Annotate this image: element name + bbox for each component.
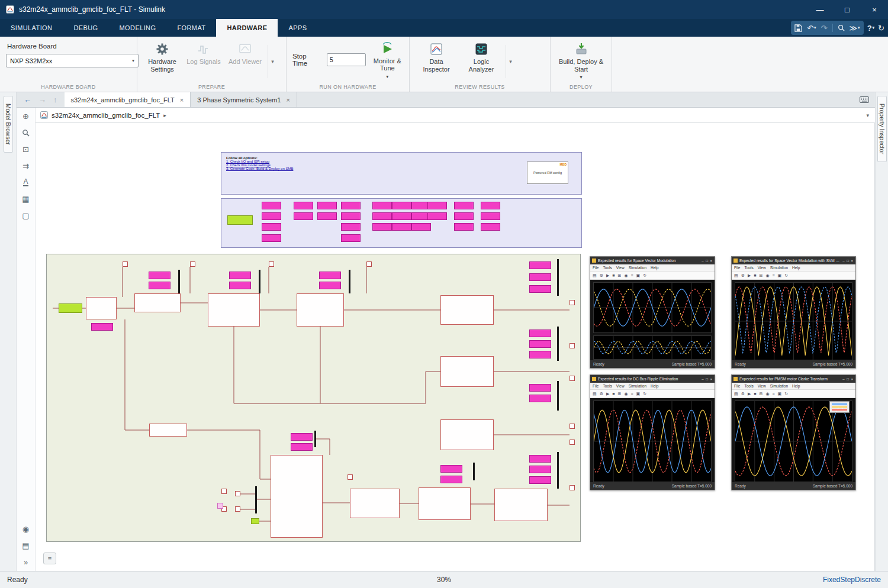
scope-menu-item[interactable]: Simulation bbox=[629, 266, 646, 270]
scope-toolbar-icon[interactable]: ⚙ bbox=[600, 392, 603, 396]
constant-block[interactable] bbox=[149, 272, 170, 279]
scope-menu-item[interactable]: Help bbox=[651, 384, 658, 388]
scope-toolbar-icon[interactable]: ◉ bbox=[765, 273, 769, 278]
port-block[interactable] bbox=[269, 261, 274, 267]
scope-toolbar-icon[interactable]: ↻ bbox=[784, 273, 788, 278]
constant-block[interactable] bbox=[229, 282, 251, 289]
constant-block[interactable] bbox=[529, 395, 551, 402]
constant-block[interactable] bbox=[481, 202, 500, 209]
model-browser-tab[interactable]: Model Browser bbox=[4, 96, 13, 153]
scope-menu-item[interactable]: View bbox=[758, 384, 766, 388]
constant-block[interactable] bbox=[372, 212, 392, 220]
tab-hardware[interactable]: HARDWARE bbox=[216, 19, 278, 37]
up-button[interactable]: ↑ bbox=[53, 95, 57, 104]
expand-palette-icon[interactable]: » bbox=[20, 557, 32, 568]
port-block[interactable] bbox=[570, 440, 575, 445]
tab-apps[interactable]: APPS bbox=[278, 19, 317, 37]
breadcrumb-model-name[interactable]: s32m24x_ammclib_gmclib_foc_FLT bbox=[52, 112, 160, 119]
scope-toolbar-icon[interactable]: ▶ bbox=[606, 273, 609, 278]
scope-toolbar-icon[interactable]: ↻ bbox=[643, 392, 646, 396]
keyboard-shortcuts-icon[interactable] bbox=[854, 92, 875, 107]
scope-toolbar-icon[interactable]: ≡ bbox=[773, 392, 775, 396]
save-icon[interactable] bbox=[794, 24, 802, 32]
subsystem-block[interactable] bbox=[271, 455, 323, 538]
redo-icon[interactable]: ↷ bbox=[821, 24, 828, 33]
constant-block[interactable] bbox=[317, 212, 337, 220]
log-signals-button[interactable]: Log Signals bbox=[185, 40, 223, 66]
port-block[interactable] bbox=[348, 474, 353, 480]
constant-block[interactable] bbox=[529, 351, 551, 358]
constant-block[interactable] bbox=[262, 234, 281, 242]
info-box[interactable]: Follow all options: 1. Check I/O and ISR… bbox=[221, 152, 582, 195]
scope-toolbar-icon[interactable]: ▣ bbox=[778, 392, 782, 396]
scope-toolbar-icon[interactable]: ▤ bbox=[593, 273, 597, 278]
scope-menu-item[interactable]: View bbox=[758, 266, 766, 270]
scope-toolbar-icon[interactable]: ≡ bbox=[773, 273, 775, 277]
fit-to-view-icon[interactable]: ⊡ bbox=[20, 144, 32, 155]
scope-menu-item[interactable]: View bbox=[616, 266, 625, 270]
grid-view-icon[interactable]: ▤ bbox=[20, 540, 32, 551]
scope-toolbar-icon[interactable]: ⊞ bbox=[618, 392, 622, 396]
constant-block[interactable] bbox=[294, 212, 313, 220]
scope-titlebar[interactable]: Expected results for PMSM motor Clarke T… bbox=[732, 375, 855, 383]
minimize-button[interactable]: — bbox=[806, 0, 834, 19]
scope-toolbar-icon[interactable]: ▤ bbox=[734, 273, 738, 278]
constant-block[interactable] bbox=[372, 202, 392, 209]
constant-block[interactable] bbox=[229, 272, 251, 279]
constant-block[interactable] bbox=[481, 212, 500, 220]
scope-toolbar-icon[interactable]: ◉ bbox=[624, 392, 628, 396]
subsystem-block[interactable] bbox=[134, 293, 181, 312]
constant-block[interactable] bbox=[262, 212, 281, 220]
constant-block[interactable] bbox=[341, 212, 361, 220]
constant-block[interactable] bbox=[529, 273, 551, 281]
constant-block[interactable] bbox=[529, 476, 551, 484]
scope-toolbar-icon[interactable]: ▣ bbox=[636, 273, 641, 278]
constant-block[interactable] bbox=[529, 384, 551, 392]
subsystem-block[interactable] bbox=[440, 356, 494, 387]
image-annotation-icon[interactable]: ▦ bbox=[20, 193, 32, 205]
scope-window-buttons[interactable]: – □ × bbox=[702, 377, 713, 381]
constant-block[interactable] bbox=[454, 223, 474, 231]
constant-block[interactable] bbox=[317, 202, 337, 209]
hide-browser-icon[interactable]: ⊕ bbox=[20, 111, 32, 122]
model-canvas[interactable]: Follow all options: 1. Check I/O and ISR… bbox=[36, 123, 875, 571]
port-block[interactable] bbox=[570, 424, 575, 429]
subsystem-block[interactable] bbox=[149, 424, 187, 437]
port-block[interactable] bbox=[235, 506, 240, 512]
tab-modeling[interactable]: MODELING bbox=[109, 19, 167, 37]
port-block[interactable] bbox=[235, 491, 240, 496]
subsystem-block[interactable] bbox=[440, 295, 494, 325]
scope-menu-item[interactable]: Tools bbox=[603, 266, 612, 270]
scope-window-buttons[interactable]: – □ × bbox=[842, 259, 854, 263]
constant-block[interactable] bbox=[529, 340, 551, 348]
subsystem-block[interactable] bbox=[297, 293, 344, 327]
breadcrumb-dropdown-icon[interactable]: ▾ bbox=[866, 112, 869, 118]
scope-toolbar-icon[interactable]: ≡ bbox=[631, 392, 633, 396]
scope-toolbar-icon[interactable]: ⚙ bbox=[741, 273, 745, 278]
scope-toolbar-icon[interactable]: ■ bbox=[754, 273, 756, 277]
constant-block[interactable] bbox=[319, 282, 341, 289]
port-block[interactable] bbox=[570, 300, 575, 305]
solver-name[interactable]: FixedStepDiscrete bbox=[823, 576, 881, 584]
group-overflow-button[interactable]: ▾ bbox=[268, 45, 277, 78]
constant-block[interactable] bbox=[427, 212, 447, 220]
scope-titlebar[interactable]: Expected results for Space Vector Modula… bbox=[590, 257, 715, 264]
constant-block[interactable] bbox=[262, 223, 281, 231]
subsystem-block[interactable] bbox=[86, 297, 117, 319]
build-deploy-button[interactable]: Build, Deploy & Start ▾ bbox=[556, 40, 606, 80]
scope-toolbar-icon[interactable]: ↻ bbox=[643, 273, 646, 278]
search-icon[interactable] bbox=[838, 24, 845, 31]
constant-block[interactable] bbox=[411, 223, 431, 231]
scope-menu-item[interactable]: File bbox=[593, 266, 599, 270]
port-block[interactable] bbox=[366, 261, 372, 267]
scope-toolbar-icon[interactable]: ■ bbox=[754, 392, 756, 396]
constant-block[interactable] bbox=[529, 285, 551, 293]
scope-menu-item[interactable]: Help bbox=[792, 266, 800, 270]
document-tab[interactable]: 3 Phase Symmetric System1 × bbox=[191, 92, 297, 107]
scope-menu-item[interactable]: File bbox=[734, 384, 740, 388]
close-button[interactable]: × bbox=[861, 0, 888, 19]
port-block[interactable] bbox=[570, 376, 575, 381]
constant-block[interactable] bbox=[372, 223, 392, 231]
constants-box[interactable] bbox=[221, 198, 582, 248]
constant-block[interactable] bbox=[454, 202, 474, 209]
